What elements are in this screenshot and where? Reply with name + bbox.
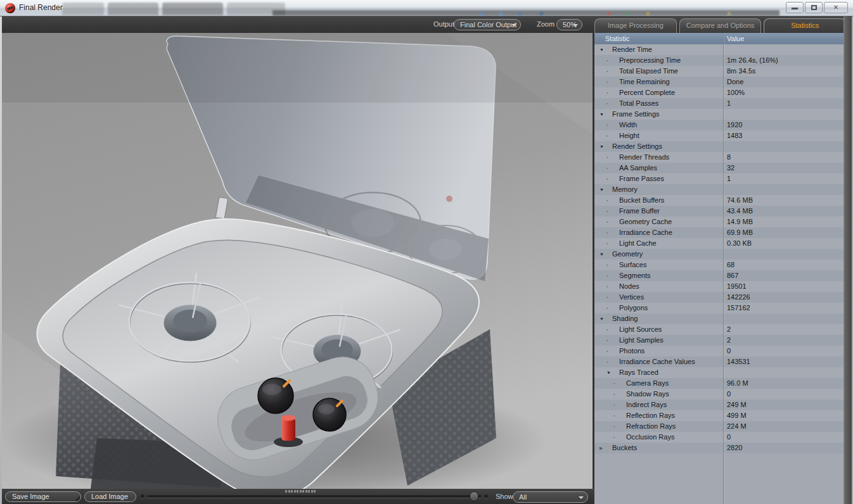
table-row[interactable]: ▶Buckets2820 <box>594 443 843 453</box>
tab-statistics[interactable]: Statistics <box>764 18 846 33</box>
table-row[interactable]: ▪Nodes19501 <box>594 281 843 292</box>
resize-grip[interactable] <box>285 490 316 493</box>
table-row[interactable]: ▼Geometry <box>594 249 843 260</box>
zoom-dropdown[interactable]: 50% <box>556 19 582 30</box>
table-row[interactable]: ▪Time RemainingDone <box>594 77 843 87</box>
preview-slider[interactable] <box>147 495 482 498</box>
stat-label: Irradiance Cache Values <box>619 356 695 367</box>
table-row[interactable]: ▪Segments867 <box>594 270 843 281</box>
stat-label: Total Elapsed Time <box>619 66 678 77</box>
table-row[interactable]: ▪Frame Buffer43.4 MB <box>594 206 843 217</box>
table-row[interactable]: ▪Surfaces68 <box>594 260 843 270</box>
stat-label: Preprocessing Time <box>619 55 681 66</box>
column-divider <box>723 33 724 504</box>
minimize-button[interactable]: ▬ <box>786 2 804 13</box>
table-row[interactable]: ▼Render Time <box>594 44 843 55</box>
stat-value: 100% <box>727 87 745 98</box>
table-row[interactable]: ▪Frame Passes1 <box>594 173 843 184</box>
stat-label: Polygons <box>619 303 648 313</box>
stat-value: 1m 26.4s, (16%) <box>727 55 778 66</box>
collapse-triangle-icon[interactable]: ▼ <box>606 367 611 378</box>
collapse-triangle-icon[interactable]: ▼ <box>600 184 604 195</box>
stat-value: Done <box>727 77 743 87</box>
close-button[interactable]: ✕ <box>824 2 848 13</box>
stat-value: 867 <box>727 270 738 281</box>
table-row[interactable]: ▪Bucket Buffers74.6 MB <box>594 195 843 206</box>
stat-value: 8m 34.5s <box>727 66 755 77</box>
render-image <box>2 33 593 489</box>
stat-label: Shadow Rays <box>626 389 669 400</box>
bullet-icon: ▪ <box>613 432 615 443</box>
table-row[interactable]: ▪Photons0 <box>594 346 843 356</box>
title-bar[interactable]: Final Render ▬ ✕ <box>0 0 853 16</box>
stat-value: 1 <box>727 98 731 109</box>
tabs: Image ProcessingCompare and OptionsStati… <box>594 18 846 33</box>
stat-label: Irradiance Cache <box>619 227 672 238</box>
table-row[interactable]: ▼Shading <box>594 313 843 324</box>
maximize-button[interactable] <box>805 2 823 13</box>
slider-handle[interactable] <box>470 491 478 501</box>
stat-label: Bucket Buffers <box>619 195 664 206</box>
table-row[interactable]: ▪Irradiance Cache69.9 MB <box>594 227 843 238</box>
table-row[interactable]: ▪Vertices142226 <box>594 292 843 303</box>
chevron-down-icon <box>511 24 516 27</box>
show-dropdown[interactable]: All <box>513 491 588 503</box>
stat-value: 2 <box>727 335 731 346</box>
table-row[interactable]: ▪Render Threads8 <box>594 152 843 163</box>
table-row[interactable]: ▪Shadow Rays0 <box>594 389 843 400</box>
bullet-icon: ▪ <box>606 120 608 130</box>
table-row[interactable]: ▼Frame Settings <box>594 109 843 120</box>
collapse-triangle-icon[interactable]: ▼ <box>600 44 604 55</box>
table-row[interactable]: ▪Geometry Cache14.9 MB <box>594 217 843 227</box>
menu-fold-icon <box>75 496 80 501</box>
table-row[interactable]: ▪Polygons157162 <box>594 303 843 313</box>
save-image-button[interactable]: Save Image <box>5 491 81 502</box>
stat-label: Shading <box>612 313 638 324</box>
table-row[interactable]: ▪Light Samples2 <box>594 335 843 346</box>
table-row[interactable]: ▪Preprocessing Time1m 26.4s, (16%) <box>594 55 843 66</box>
table-row[interactable]: ▪Camera Rays96.0 M <box>594 378 843 389</box>
stat-label: Occlusion Rays <box>626 432 674 443</box>
table-row[interactable]: ▪Percent Complete100% <box>594 87 843 98</box>
tab-compare-and-options[interactable]: Compare and Options <box>679 18 762 33</box>
table-row[interactable]: ▪Reflection Rays499 M <box>594 410 843 421</box>
stat-label: Render Threads <box>619 152 669 163</box>
stat-label: Vertices <box>619 292 644 303</box>
table-row[interactable]: ▪Light Cache0.30 KB <box>594 238 843 249</box>
table-row[interactable]: ▪Indirect Rays249 M <box>594 400 843 410</box>
stat-value: 14.9 MB <box>727 217 753 227</box>
bullet-icon: ▪ <box>613 421 615 432</box>
tab-image-processing[interactable]: Image Processing <box>594 18 677 33</box>
table-row[interactable]: ▪Total Passes1 <box>594 98 843 109</box>
bullet-icon: ▪ <box>606 281 608 292</box>
stat-label: Camera Rays <box>626 378 669 389</box>
load-image-button[interactable]: Load Image <box>84 491 136 502</box>
table-row[interactable]: ▪Irradiance Cache Values143531 <box>594 356 843 367</box>
output-dropdown[interactable]: Final Color Output <box>454 19 521 30</box>
stat-value: 224 M <box>727 421 747 432</box>
table-row[interactable]: ▪Height1483 <box>594 130 843 141</box>
expand-triangle-icon[interactable]: ▶ <box>600 443 603 453</box>
stat-label: Nodes <box>619 281 639 292</box>
collapse-triangle-icon[interactable]: ▼ <box>600 109 604 120</box>
table-row[interactable]: ▪Light Sources2 <box>594 324 843 335</box>
table-row[interactable]: ▼Render Settings <box>594 141 843 152</box>
table-row[interactable]: ▪AA Samples32 <box>594 163 843 173</box>
table-row[interactable]: ▪Width1920 <box>594 120 843 130</box>
table-row[interactable]: ▼Rays Traced <box>594 367 843 378</box>
table-row[interactable]: ▪Total Elapsed Time8m 34.5s <box>594 66 843 77</box>
stat-label: Percent Complete <box>619 87 675 98</box>
stat-label: AA Samples <box>619 163 657 173</box>
bullet-icon: ▪ <box>606 206 608 217</box>
table-row[interactable]: ▪Occlusion Rays0 <box>594 432 843 443</box>
collapse-triangle-icon[interactable]: ▼ <box>600 249 604 260</box>
stat-value: 142226 <box>727 292 750 303</box>
table-row[interactable]: ▼Memory <box>594 184 843 195</box>
collapse-triangle-icon[interactable]: ▼ <box>600 141 604 152</box>
bullet-icon: ▪ <box>606 77 608 87</box>
stat-value: 69.9 MB <box>727 227 753 238</box>
stat-value: 2 <box>727 324 731 335</box>
stat-label: Surfaces <box>619 260 646 270</box>
table-row[interactable]: ▪Refraction Rays224 M <box>594 421 843 432</box>
collapse-triangle-icon[interactable]: ▼ <box>600 313 604 324</box>
